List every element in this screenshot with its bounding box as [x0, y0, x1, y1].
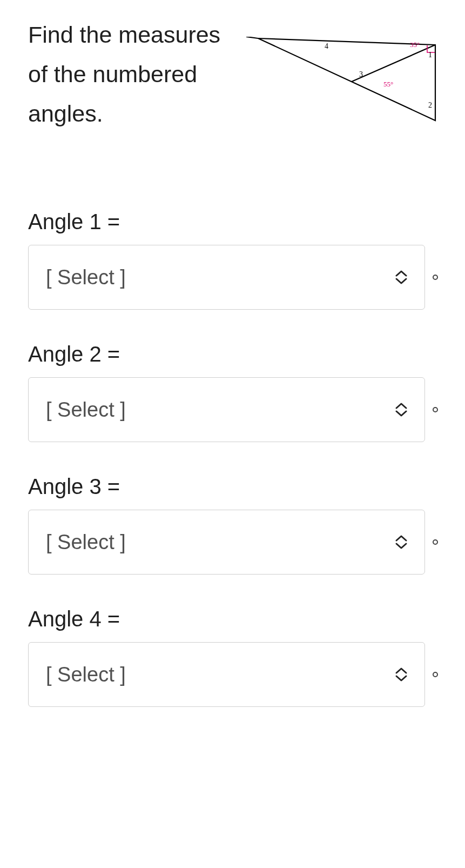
chevron-updown-icon [394, 270, 408, 285]
answer-label-3: Angle 3 = [28, 475, 438, 499]
answer-block-2: Angle 2 = [ Select ] [28, 342, 438, 442]
angle-35: 35° [410, 41, 420, 49]
answer-label-1: Angle 1 = [28, 210, 438, 234]
select-angle-2[interactable]: [ Select ] [28, 377, 425, 442]
select-angle-1[interactable]: [ Select ] [28, 245, 425, 310]
label-2: 2 [428, 101, 432, 109]
select-row-1: [ Select ] [28, 245, 438, 310]
select-angle-4[interactable]: [ Select ] [28, 642, 425, 707]
degree-symbol-icon [433, 407, 438, 412]
answers-section: Angle 1 = [ Select ] Angle 2 = [ Select … [28, 210, 438, 707]
chevron-updown-icon [394, 667, 408, 682]
label-3: 3 [359, 70, 363, 78]
svg-line-0 [246, 37, 258, 38]
question-container: Find the measures of the numbered angles… [0, 0, 465, 755]
triangle-figure: 4 35° 1 3 55° 2 [246, 37, 441, 134]
select-row-3: [ Select ] [28, 510, 438, 575]
degree-symbol-icon [433, 539, 438, 545]
select-placeholder: [ Select ] [46, 398, 126, 422]
answer-block-1: Angle 1 = [ Select ] [28, 210, 438, 310]
select-row-4: [ Select ] [28, 642, 438, 707]
figure-wrap: 4 35° 1 3 55° 2 [246, 15, 441, 134]
label-1: 1 [428, 51, 432, 59]
degree-symbol-icon [433, 672, 438, 677]
top-row: Find the measures of the numbered angles… [28, 15, 438, 134]
select-placeholder: [ Select ] [46, 663, 126, 686]
answer-label-2: Angle 2 = [28, 342, 438, 366]
select-angle-3[interactable]: [ Select ] [28, 510, 425, 575]
label-4: 4 [325, 42, 328, 50]
question-text: Find the measures of the numbered angles… [28, 15, 233, 133]
chevron-updown-icon [394, 402, 408, 417]
svg-line-1 [352, 45, 435, 82]
answer-block-3: Angle 3 = [ Select ] [28, 475, 438, 575]
answer-label-4: Angle 4 = [28, 607, 438, 631]
degree-symbol-icon [433, 275, 438, 280]
answer-block-4: Angle 4 = [ Select ] [28, 607, 438, 707]
select-row-2: [ Select ] [28, 377, 438, 442]
select-placeholder: [ Select ] [46, 531, 126, 554]
select-placeholder: [ Select ] [46, 266, 126, 289]
angle-55: 55° [383, 80, 393, 88]
chevron-updown-icon [394, 535, 408, 550]
